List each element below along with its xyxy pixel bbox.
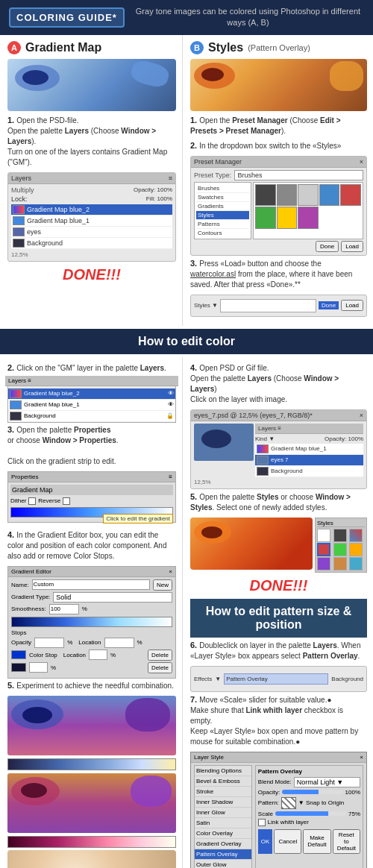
blend-mode-dropdown[interactable]: Normal Light ▼ (294, 777, 360, 787)
step-b7: 7. Move «Scale» slider for suitable valu… (190, 695, 367, 747)
cancel-button[interactable]: Cancel (274, 829, 301, 854)
layer-style-mini: Effects ▼ Pattern Overlay Background (190, 666, 367, 692)
cosmetics-image (7, 850, 176, 868)
layers-screenshot-a2: Layers ≡ Gradient Map blue_2 👁 Gradient … (7, 378, 176, 423)
how-to-edit-color-banner: How to edit color (0, 329, 373, 354)
column-b: B Styles (Pattern Overlay) 1. Open the P… (183, 35, 373, 326)
click-gradient-tooltip: Click to edit the gradient (103, 514, 173, 523)
color-location-2[interactable] (29, 662, 48, 673)
layer-item-background[interactable]: Background (11, 238, 172, 249)
delete-button-2[interactable]: Delete (148, 662, 172, 673)
section-b-title: Styles (208, 41, 243, 54)
gradient-map-label: Gradient Map (10, 485, 173, 495)
load-button-styles[interactable]: Load (341, 300, 363, 311)
step-a2: 2. Click on the "GM" layer in the palett… (7, 363, 176, 374)
layer-style-dialog: Layer Style × Blending Options Bevel & E… (190, 752, 367, 868)
step-a4: 4. In the Gradient Editor box, you can e… (7, 530, 176, 562)
step-b3: 3. Press «Load» button and choose the wa… (190, 259, 367, 290)
layer-gm2-selected[interactable]: Gradient Map blue_2 👁 (8, 389, 175, 400)
styles-panel-b5: Styles (315, 518, 367, 573)
dither-label: Dither (10, 497, 26, 504)
location-input[interactable] (104, 638, 134, 648)
layers-screenshot-a: Layers ≡ Multiply Opacity: 100% Lock: Fi… (7, 172, 176, 262)
layer-item-bg[interactable]: eyes (11, 227, 172, 238)
opacity-stops-input[interactable] (34, 638, 64, 648)
done-banner-a: DONE!!! (7, 266, 176, 283)
header: COLORING GUIDE* Gray tone images can be … (0, 0, 373, 35)
preset-manager-screenshot: Preset Manager × Preset Type: Brushes Br… (190, 156, 367, 256)
layer-b4-bg[interactable]: Background (255, 466, 363, 477)
pattern-preview[interactable] (281, 797, 296, 809)
gradient-type-dropdown[interactable]: Solid (53, 592, 172, 603)
delete-button[interactable]: Delete (148, 650, 172, 661)
layer-b4-gm1[interactable]: Gradient Map blue_1 (255, 444, 363, 455)
eye-image-b (190, 59, 367, 111)
styles-panel-area: Styles (190, 518, 367, 573)
name-input[interactable]: Custom (32, 579, 150, 590)
gradient-preview-bar (11, 617, 172, 627)
layer-item-gm2[interactable]: Gradient Map blue_2 (11, 204, 172, 216)
step-b5: 5. Open the palette Styles or choose Win… (190, 492, 367, 513)
step-b1: 1. Open the Preset Manager (Choose Edit … (190, 116, 367, 136)
gradient-swatch-bar (7, 758, 176, 770)
new-button[interactable]: New (153, 579, 172, 591)
step-b4: 4. Open PSD or Gif file.Open the palette… (190, 363, 367, 405)
link-with-layer-checkbox[interactable] (258, 819, 266, 826)
section-a-title: Gradient Map (25, 41, 101, 54)
eye-image-a (7, 59, 176, 111)
done-button-styles[interactable]: Done (319, 301, 339, 309)
gradient-editor-title: Gradient Editor × (8, 567, 175, 577)
ok-button[interactable]: OK (258, 829, 273, 854)
layer-b4-eyes[interactable]: eyes 7 (255, 455, 363, 466)
reverse-label: Reverse (38, 497, 60, 504)
properties-screenshot: Properties ≡ Gradient Map Dither Reverse… (7, 471, 176, 523)
badge-a: A (7, 41, 21, 54)
logo: COLORING GUIDE* (9, 7, 125, 28)
layers-screenshot-b4: eyes_7.psd @ 12,5% (eyes_7, RGB/8)* × La… (190, 409, 367, 489)
section-b-header: B Styles (Pattern Overlay) (190, 41, 367, 54)
eye-watercolor-b5 (190, 518, 313, 570)
preset-type-dropdown[interactable]: Brushes (234, 170, 363, 180)
eye-collage-2 (7, 773, 176, 833)
color-stop-blue[interactable] (11, 650, 26, 659)
how-to-edit-pattern-banner: How to edit pattern size & position (190, 599, 367, 638)
zoom-label-a: 12,5% (11, 251, 172, 258)
gradient-editor-screenshot: Gradient Editor × Name: Custom New Gradi… (7, 566, 176, 679)
color-stop-location[interactable] (89, 650, 107, 660)
layer-gm1[interactable]: Gradient Map blue_1 👁 (8, 400, 175, 411)
layer-style-title: Layer Style × (191, 752, 366, 763)
column-a-edit: 2. Click on the "GM" layer in the palett… (0, 357, 183, 868)
step-a5: 5. Experiment to achieve the needful com… (7, 681, 176, 691)
badge-b: B (190, 41, 204, 54)
done-button-preset[interactable]: Done (316, 241, 339, 252)
step-b6: 6. Doubleclick on layer in the palette L… (190, 641, 367, 661)
section-b-subtitle: (Pattern Overlay) (248, 43, 310, 52)
header-subtitle: Gray tone images can be colored using Ph… (132, 6, 364, 29)
layer-item-gm1[interactable]: Gradient Map blue_1 (11, 216, 172, 227)
load-button-preset[interactable]: Load (341, 241, 363, 252)
step-a1: 1. Open the PSD-file.Open the palette La… (7, 116, 176, 168)
layer-bg2[interactable]: Background 🔒 (8, 411, 175, 422)
gradient-swatch-bar-2 (7, 836, 176, 848)
eye-collage-1 (7, 696, 176, 755)
reset-default-button[interactable]: Reset to Default (333, 829, 360, 854)
column-a: A Gradient Map 1. Open the PSD-file.Open… (0, 35, 183, 326)
color-stop-dark[interactable] (11, 663, 26, 672)
done-banner-b: DONE!!! (190, 577, 367, 594)
smoothness-input[interactable]: 100 (49, 604, 79, 614)
step-b2: 2. In the dropdown box switch to the «St… (190, 141, 367, 151)
section-a-header: A Gradient Map (7, 41, 176, 54)
column-b-edit: 4. Open PSD or Gif file.Open the palette… (183, 357, 373, 868)
styles-load-dialog: Styles ▼ Done Load (190, 295, 367, 317)
step-a3: 3. Open the palette Propertiesor choose … (7, 425, 176, 467)
make-default-button[interactable]: Make Default (303, 829, 330, 854)
